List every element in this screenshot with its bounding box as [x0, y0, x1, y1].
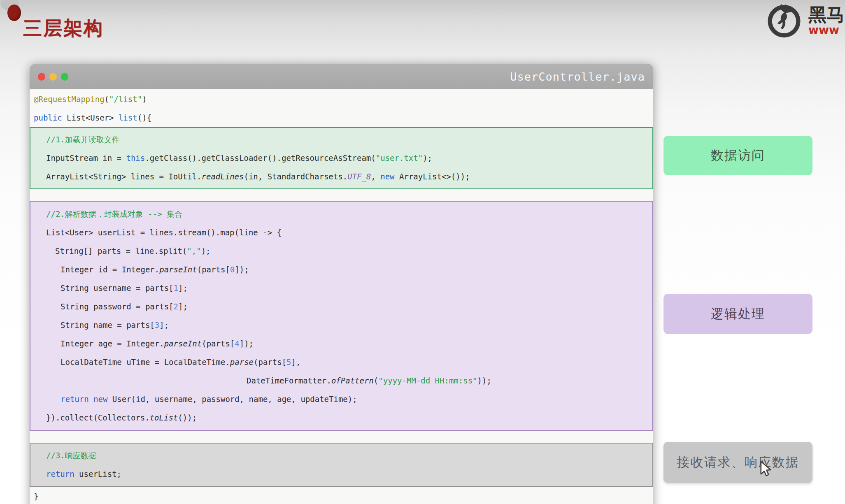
minimize-button-icon[interactable]: [49, 73, 57, 81]
code-line: public List<User> list(){: [30, 109, 653, 127]
code-section-plain-bottom: }: [30, 487, 653, 504]
mouse-cursor-icon: [757, 460, 775, 478]
code-area: @RequestMapping("/list")public List<User…: [30, 89, 653, 504]
code-line: String password = parts[2];: [30, 297, 652, 316]
brand-logo: 黑马 www: [762, 2, 845, 38]
window-titlebar: UserController.java: [30, 64, 653, 89]
code-line: //1.加载并读取文件: [30, 130, 652, 149]
brand-text: 黑马 www: [808, 2, 845, 36]
horse-logo-icon: [762, 2, 806, 38]
code-line: @RequestMapping("/list"): [30, 90, 653, 109]
code-editor-window: UserController.java @RequestMapping("/li…: [30, 64, 653, 504]
code-line: String[] parts = line.split(",");: [30, 242, 652, 260]
code-line: List<User> userList = lines.stream().map…: [30, 223, 652, 242]
code-section-gray: //3.响应数据return userList;: [30, 443, 653, 487]
side-label-lavender: 逻辑处理: [663, 294, 812, 334]
code-section-plain-top: @RequestMapping("/list")public List<User…: [30, 90, 653, 127]
code-line: }: [30, 487, 653, 504]
code-line: //2.解析数据，封装成对象 --> 集合: [30, 205, 652, 223]
code-line: String name = parts[3];: [30, 316, 652, 334]
code-line: Integer age = Integer.parseInt(parts[4])…: [30, 334, 652, 353]
brand-url: www: [808, 24, 845, 36]
code-line: LocalDateTime uTime = LocalDateTime.pars…: [30, 353, 652, 372]
close-button-icon[interactable]: [38, 73, 45, 81]
decorative-red-dot: [7, 5, 21, 21]
code-line: }).collect(Collectors.toList());: [30, 409, 652, 427]
code-line: String username = parts[1];: [30, 279, 652, 297]
side-label-gray: 接收请求、响应数据: [663, 442, 812, 483]
code-line: Integer id = Integer.parseInt(parts[0]);: [30, 260, 652, 279]
code-section-purple: //2.解析数据，封装成对象 --> 集合List<User> userList…: [30, 201, 653, 431]
side-label-mint: 数据访问: [663, 136, 812, 175]
code-line: //3.响应数据: [30, 446, 652, 465]
brand-name: 黑马: [808, 6, 845, 24]
window-title: UserController.java: [68, 70, 645, 83]
code-section-green: //1.加载并读取文件InputStream in = this.getClas…: [30, 127, 653, 189]
code-line: return new User(id, username, password, …: [30, 390, 652, 409]
page-title: 三层架构: [23, 16, 104, 41]
window-controls: [38, 73, 68, 81]
zoom-button-icon[interactable]: [61, 73, 68, 81]
code-line: ArrayList<String> lines = IoUtil.readLin…: [30, 167, 652, 186]
code-line: DateTimeFormatter.ofPattern("yyyy-MM-dd …: [30, 372, 652, 390]
code-line: return userList;: [30, 465, 652, 483]
code-line: InputStream in = this.getClass().getClas…: [30, 149, 652, 167]
